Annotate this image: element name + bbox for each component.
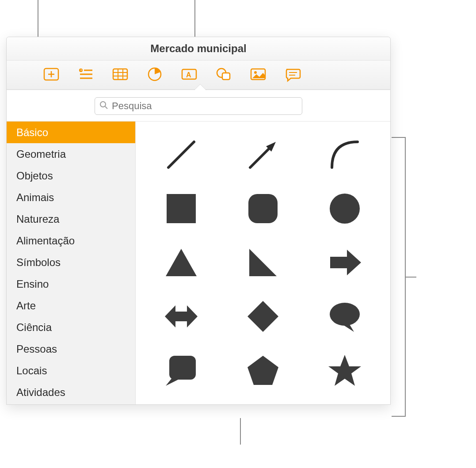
callout-line xyxy=(405,277,416,278)
media-button[interactable] xyxy=(249,66,267,84)
callout-square-shape[interactable] xyxy=(140,343,222,397)
search-icon xyxy=(99,101,108,111)
sidebar-item-alimentacao[interactable]: Alimentação xyxy=(7,230,135,251)
window-titlebar: Mercado municipal xyxy=(7,37,390,61)
arrow-line-shape[interactable] xyxy=(222,128,304,182)
svg-rect-8 xyxy=(113,69,127,80)
svg-text:A: A xyxy=(186,71,191,79)
shapes-popover: Básico Geometria Objetos Animais Naturez… xyxy=(7,90,390,404)
sidebar-item-animais[interactable]: Animais xyxy=(7,186,135,208)
insert-button[interactable] xyxy=(42,66,61,84)
svg-point-35 xyxy=(330,303,360,326)
comment-icon xyxy=(284,66,301,84)
svg-marker-39 xyxy=(248,356,278,385)
sidebar-item-label: Arte xyxy=(16,300,36,312)
callout-line xyxy=(240,418,241,445)
svg-rect-17 xyxy=(222,73,230,80)
speech-bubble-shape[interactable] xyxy=(304,289,386,343)
table-icon xyxy=(112,66,129,84)
square-shape[interactable] xyxy=(140,182,222,236)
triangle-shape[interactable] xyxy=(140,236,222,289)
line-shape[interactable] xyxy=(140,128,222,182)
media-icon xyxy=(250,66,267,84)
search-field[interactable] xyxy=(95,97,302,115)
sidebar-item-label: Pessoas xyxy=(16,343,57,355)
pentagon-shape[interactable] xyxy=(222,343,304,397)
insert-icon xyxy=(43,66,60,84)
sidebar-item-label: Ensino xyxy=(16,278,49,290)
sidebar-item-label: Animais xyxy=(16,191,54,204)
list-button[interactable]: + xyxy=(76,66,95,84)
sidebar-item-label: Natureza xyxy=(16,213,59,225)
sidebar-item-simbolos[interactable]: Símbolos xyxy=(7,251,135,273)
callout-line xyxy=(38,0,38,42)
svg-marker-33 xyxy=(165,305,198,327)
callout-line xyxy=(194,0,195,42)
window-title: Mercado municipal xyxy=(150,42,246,55)
shape-icon xyxy=(215,66,232,84)
sidebar-item-natureza[interactable]: Natureza xyxy=(7,208,135,230)
sidebar-item-label: Ciência xyxy=(16,321,52,334)
callout-line xyxy=(392,137,405,138)
svg-text:+: + xyxy=(80,68,82,72)
sidebar-item-pessoas[interactable]: Pessoas xyxy=(7,338,135,360)
search-bar xyxy=(7,90,390,122)
arrow-right-shape[interactable] xyxy=(304,236,386,289)
svg-point-29 xyxy=(330,194,360,224)
sidebar-item-label: Locais xyxy=(16,365,47,377)
sidebar-item-ensino[interactable]: Ensino xyxy=(7,273,135,295)
shape-button[interactable] xyxy=(214,66,233,84)
right-triangle-shape[interactable] xyxy=(222,236,304,289)
sidebar-item-basico[interactable]: Básico xyxy=(7,122,135,143)
callout-line xyxy=(392,416,405,417)
comment-button[interactable] xyxy=(283,66,302,84)
svg-point-22 xyxy=(100,102,106,107)
arrow-double-shape[interactable] xyxy=(140,289,222,343)
sidebar-item-label: Básico xyxy=(16,126,48,139)
svg-rect-27 xyxy=(167,194,196,223)
svg-marker-40 xyxy=(328,355,361,386)
sidebar-item-label: Geometria xyxy=(16,148,66,160)
sidebar-item-locais[interactable]: Locais xyxy=(7,360,135,381)
chart-button[interactable] xyxy=(145,66,164,84)
list-icon: + xyxy=(77,66,94,84)
sidebar-item-label: Alimentação xyxy=(16,235,75,247)
svg-marker-38 xyxy=(166,377,180,386)
app-window: Mercado municipal + A xyxy=(6,37,391,405)
shapes-grid xyxy=(136,122,390,404)
svg-rect-28 xyxy=(248,194,278,223)
popover-arrow xyxy=(194,84,206,90)
sidebar-item-atividades[interactable]: Atividades xyxy=(7,381,135,403)
rounded-square-shape[interactable] xyxy=(222,182,304,236)
svg-marker-31 xyxy=(249,249,277,276)
sidebar-item-label: Símbolos xyxy=(16,256,61,269)
svg-point-19 xyxy=(254,71,257,74)
search-input[interactable] xyxy=(112,100,297,112)
category-sidebar: Básico Geometria Objetos Animais Naturez… xyxy=(7,122,136,404)
svg-marker-34 xyxy=(248,301,278,332)
sidebar-item-label: Objetos xyxy=(16,170,53,182)
sidebar-item-arte[interactable]: Arte xyxy=(7,295,135,316)
diamond-shape[interactable] xyxy=(222,289,304,343)
curve-shape[interactable] xyxy=(304,128,386,182)
svg-line-24 xyxy=(168,142,194,167)
sidebar-item-geometria[interactable]: Geometria xyxy=(7,143,135,165)
chart-icon xyxy=(146,66,163,84)
sidebar-item-objetos[interactable]: Objetos xyxy=(7,165,135,186)
table-button[interactable] xyxy=(111,66,129,84)
svg-marker-36 xyxy=(342,323,354,332)
popover-body: Básico Geometria Objetos Animais Naturez… xyxy=(7,122,390,404)
textbox-icon: A xyxy=(181,66,198,84)
star-shape[interactable] xyxy=(304,343,386,397)
svg-marker-32 xyxy=(330,250,361,275)
textbox-button[interactable]: A xyxy=(180,66,198,84)
svg-marker-30 xyxy=(166,249,197,276)
circle-shape[interactable] xyxy=(304,182,386,236)
sidebar-item-label: Atividades xyxy=(16,386,65,399)
sidebar-item-ciencia[interactable]: Ciência xyxy=(7,316,135,338)
svg-line-23 xyxy=(105,107,107,109)
svg-rect-37 xyxy=(169,356,196,380)
